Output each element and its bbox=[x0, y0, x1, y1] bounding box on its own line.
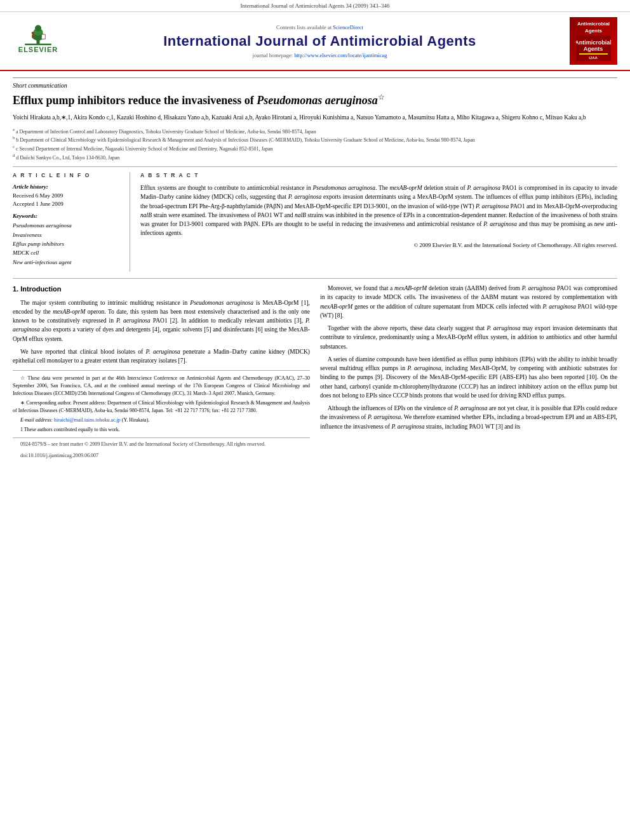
keyword-5: New anti-infectious agent bbox=[13, 258, 123, 267]
affiliations: a a Department of Infection Control and … bbox=[13, 126, 617, 161]
article-title: Efflux pump inhibitors reduce the invasi… bbox=[13, 93, 617, 108]
affiliation-d: d d Daiichi Sankyo Co., Ltd, Tokyo 134-8… bbox=[13, 152, 617, 161]
body-right-col: Moreover, we found that a mexAB-oprM del… bbox=[320, 284, 617, 463]
journal-citation: International Journal of Antimicrobial A… bbox=[0, 0, 630, 12]
keywords-heading: Keywords: bbox=[13, 213, 123, 219]
right-para-4: Although the influences of EPIs on the v… bbox=[320, 404, 617, 431]
right-para-1: Moreover, we found that a mexAB-oprM del… bbox=[320, 284, 617, 320]
svg-point-4 bbox=[32, 32, 34, 34]
authors: Yoichi Hirakata a,b,∗,1, Akira Kondo c,1… bbox=[13, 113, 617, 122]
abstract-section: A B S T R A C T Efflux systems are thoug… bbox=[140, 172, 617, 272]
footnote-star: ☆ These data were presented in part at t… bbox=[13, 375, 310, 397]
abstract-copyright: © 2009 Elsevier B.V. and the Internation… bbox=[140, 242, 617, 248]
journal-title-block: Contents lists available at ScienceDirec… bbox=[70, 24, 570, 58]
footnote-corresponding: ∗ Corresponding author. Present address:… bbox=[13, 399, 310, 415]
issn-line: 0924-8579/$ – see front matter © 2009 El… bbox=[13, 441, 310, 448]
email-link[interactable]: hiraichi@mail.tains.tohoku.ac.jp bbox=[54, 417, 121, 423]
intro-para-2: We have reported that clinical blood iso… bbox=[13, 347, 310, 366]
right-para-3: A series of diamine compounds have been … bbox=[320, 355, 617, 400]
affiliation-b: b b Department of Clinical Microbiology … bbox=[13, 135, 617, 143]
intro-heading: 1. Introduction bbox=[13, 284, 310, 295]
footnote-equal: 1 These authors contributed equally to t… bbox=[13, 426, 310, 434]
journal-header: ELSEVIER Contents lists available at Sci… bbox=[0, 12, 630, 71]
journal-title: International Journal of Antimicrobial A… bbox=[70, 33, 570, 50]
article-info-abstract: A R T I C L E I N F O Article history: R… bbox=[13, 166, 617, 272]
footnotes: ☆ These data were presented in part at t… bbox=[13, 370, 310, 434]
keyword-1: Pseudomonas aeruginosa bbox=[13, 221, 123, 230]
intro-para-1: The major system contributing to intrins… bbox=[13, 298, 310, 343]
logo-line2: Agents bbox=[577, 28, 610, 34]
elsevier-logo: ELSEVIER bbox=[13, 23, 64, 58]
affiliation-c: c c Second Department of Internal Medici… bbox=[13, 143, 617, 152]
affiliation-a: a a Department of Infection Control and … bbox=[13, 126, 617, 135]
article-history: Article history: Received 6 May 2009 Acc… bbox=[13, 183, 123, 208]
abstract-heading: A B S T R A C T bbox=[140, 172, 617, 178]
abstract-text: Efflux systems are thought to contribute… bbox=[140, 183, 617, 238]
keyword-2: Invasiveness bbox=[13, 230, 123, 239]
svg-rect-7 bbox=[42, 35, 45, 39]
history-heading: Article history: bbox=[13, 183, 123, 190]
contents-line: Contents lists available at ScienceDirec… bbox=[70, 24, 570, 30]
main-content: Short communication Efflux pump inhibito… bbox=[0, 71, 630, 470]
svg-rect-8 bbox=[25, 44, 51, 46]
journal-logo-box: Antimicrobial Agents Antimicrobial Agent… bbox=[570, 17, 617, 65]
svg-text:Agents: Agents bbox=[584, 46, 603, 52]
right-para-2: Together with the above reports, these d… bbox=[320, 324, 617, 351]
journal-homepage: journal homepage: http://www.elsevier.co… bbox=[70, 52, 570, 58]
accepted-date: Accepted 1 June 2009 bbox=[13, 200, 123, 208]
keyword-4: MDCK cell bbox=[13, 248, 123, 257]
article-type: Short communication bbox=[13, 77, 617, 89]
journal-url[interactable]: http://www.elsevier.com/locate/ijantimic… bbox=[294, 52, 387, 58]
svg-text:Antimicrobial: Antimicrobial bbox=[576, 39, 611, 46]
svg-text:IJAA: IJAA bbox=[589, 56, 598, 60]
svg-rect-5 bbox=[32, 35, 33, 38]
sciencedirect-link[interactable]: ScienceDirect bbox=[333, 24, 363, 30]
svg-rect-12 bbox=[579, 53, 608, 55]
keywords-list: Pseudomonas aeruginosa Invasiveness Effl… bbox=[13, 221, 123, 267]
body-text: 1. Introduction The major system contrib… bbox=[13, 278, 617, 463]
body-left-col: 1. Introduction The major system contrib… bbox=[13, 284, 310, 463]
article-info-panel: A R T I C L E I N F O Article history: R… bbox=[13, 172, 130, 272]
doi-line: doi:10.1016/j.ijantimicag.2009.06.007 bbox=[13, 452, 310, 460]
received-date: Received 6 May 2009 bbox=[13, 192, 123, 200]
article-info-heading: A R T I C L E I N F O bbox=[13, 172, 123, 178]
keywords-section: Keywords: Pseudomonas aeruginosa Invasiv… bbox=[13, 213, 123, 267]
bottom-info: 0924-8579/$ – see front matter © 2009 El… bbox=[13, 437, 310, 460]
keyword-3: Efflux pump inhibitors bbox=[13, 239, 123, 248]
logo-line1: Antimicrobial bbox=[577, 21, 610, 27]
footnote-email: E-mail address: hiraichi@mail.tains.toho… bbox=[13, 417, 310, 424]
svg-point-3 bbox=[35, 25, 41, 32]
elsevier-text: ELSEVIER bbox=[18, 46, 58, 53]
